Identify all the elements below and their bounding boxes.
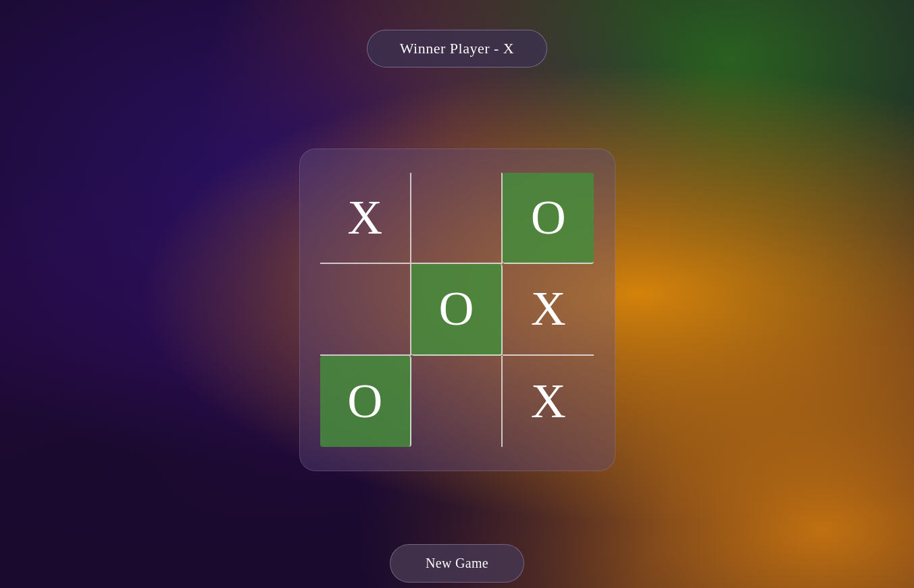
- main-content: Winner Player - X XOOXOX New Game: [0, 0, 914, 583]
- new-game-button[interactable]: New Game: [390, 544, 524, 583]
- cell-6[interactable]: O: [320, 356, 411, 447]
- cell-7[interactable]: [411, 356, 503, 447]
- board-container: XOOXOX: [299, 149, 615, 471]
- cell-1[interactable]: [411, 173, 503, 264]
- cell-0[interactable]: X: [320, 173, 411, 264]
- cell-8[interactable]: X: [503, 356, 594, 447]
- winner-badge: Winner Player - X: [367, 30, 548, 68]
- cell-2[interactable]: O: [503, 173, 594, 264]
- cell-4[interactable]: O: [411, 264, 503, 355]
- cell-5[interactable]: X: [503, 264, 594, 355]
- game-board: XOOXOX: [320, 173, 594, 447]
- winner-text: Winner Player - X: [400, 40, 515, 57]
- cell-3[interactable]: [320, 264, 411, 355]
- new-game-label: New Game: [426, 556, 488, 570]
